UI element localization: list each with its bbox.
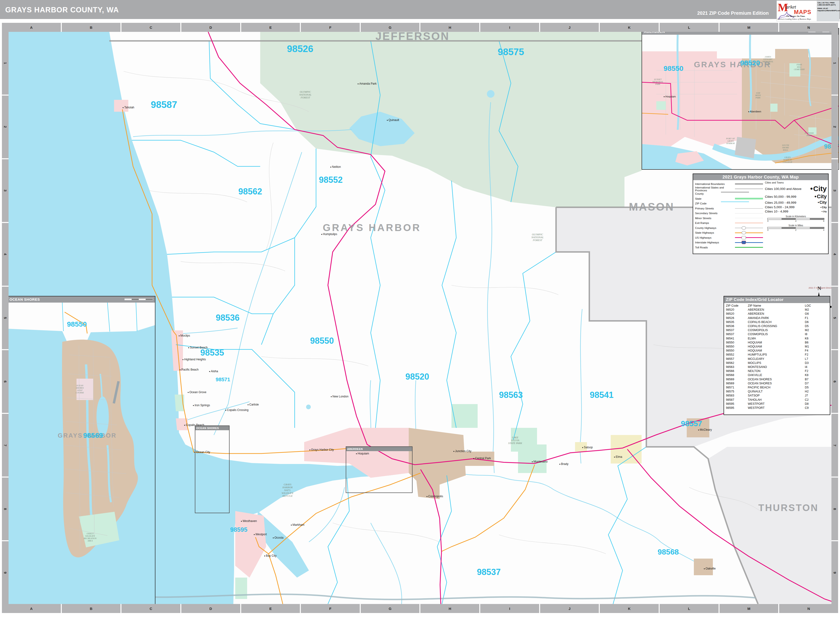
zip-index-cell: F4 <box>805 349 824 353</box>
city-class-sample: City <box>820 206 827 209</box>
zip-index-row: 98562MOCLIPSD3 <box>726 361 830 365</box>
legend-line-items: International BoundariesInternational St… <box>693 180 764 253</box>
zip-index-cell: HOQUIAM <box>748 349 805 353</box>
legend-item-label: Interstate Highways <box>695 241 735 244</box>
legend-row: Primary Streets <box>695 206 764 211</box>
zip-index-row: 98536COPALIS CROSSINGD5 <box>726 324 830 328</box>
county-label: GRAYS HARBOR <box>323 222 421 233</box>
zip-index-cell: 98569 <box>726 382 748 386</box>
city-label: Quinault <box>387 118 399 122</box>
zip-label: 98520 <box>405 372 429 382</box>
zip-index-cell: 98536 <box>726 324 748 328</box>
inset-city-label: Aberdeen <box>748 110 761 113</box>
zip-index-cell: B6 <box>805 341 824 345</box>
zip-index-row: 98550HOQUIAMB6 <box>726 341 830 345</box>
zip-index-row: 98520ABERDEENG6 <box>726 312 830 316</box>
inset-place-label: FERN HILL CEMETERY <box>794 64 804 71</box>
legend-item-label: US Highways <box>695 236 735 239</box>
zip-index-cell: WESTPORT <box>748 406 805 410</box>
zip-index-cell: 98595 <box>726 406 748 410</box>
city-label: Ocean Grove <box>188 391 206 394</box>
zip-index-row: 98552HUMPTULIPSF2 <box>726 353 830 357</box>
city-class-sample: City <box>815 193 827 200</box>
zip-index-cell: D7 <box>805 382 824 386</box>
zip-index-cell: MONTESANO <box>748 365 805 369</box>
zip-index-row: 98595WESTPORTD8 <box>726 402 830 406</box>
logo-artwork: M arket MAPS On Target. On Time. America… <box>777 1 817 21</box>
highway-shield-icon <box>742 241 746 244</box>
legend-swatch-toll <box>735 246 763 249</box>
page: GRAYS HARBOR COUNTY, WA 2021 ZIP Code Pr… <box>0 0 840 618</box>
city-label: Moclips <box>179 334 190 337</box>
inset-ocean-shores-map <box>7 303 155 611</box>
scalebar-title: Scale in Miles <box>765 224 827 227</box>
grid-numbers-right: 123456789 <box>831 32 838 604</box>
inset-place-label: OYHUT WILDLIFE RECREATION AREA <box>84 532 96 542</box>
city-label: Highland Heights <box>183 358 206 361</box>
legend-swatch-county <box>721 190 749 194</box>
zip-index-cell: AMANDA PARK <box>748 316 805 320</box>
zip-index-row: 98569OCEAN SHORESD7 <box>726 382 830 386</box>
zip-index-cell: M2 <box>805 328 824 332</box>
county-label: THURSTON <box>758 502 818 513</box>
legend-item-label: Primary Streets <box>695 207 735 210</box>
inset-ocean-shores[interactable]: OCEAN SHORES <box>7 296 156 612</box>
place-label: OLYMPIC NATIONAL FOREST <box>531 233 544 242</box>
zip-index-cell: ELMA <box>748 337 805 341</box>
legend-row: Exit Ramps <box>695 221 764 226</box>
inset-place-label: SUNSET MEMORIAL PARK <box>652 78 663 85</box>
city-class-label: Cities 5,000 - 24,999 <box>765 205 795 209</box>
zip-label: 98568 <box>658 548 679 556</box>
legend-swatch-sthwy <box>735 231 763 234</box>
city-label: Iron Springs <box>193 404 210 407</box>
zip-index-cell: COSMOPOLIS <box>748 328 805 332</box>
legend-item-label: Toll Roads <box>695 246 735 249</box>
source-box-title: ABERDEEN <box>346 447 412 451</box>
compass-n: N <box>818 285 821 291</box>
zip-index-cell: B7 <box>805 377 824 382</box>
zip-label: 98541 <box>590 390 614 400</box>
city-label: Carlisle <box>248 403 259 406</box>
city-label: Bay City <box>264 554 277 557</box>
legend-swatch-ushwy <box>735 236 763 239</box>
grid-letter: I <box>480 23 540 32</box>
zip-index-cell: K8 <box>805 373 824 377</box>
zip-index-cell: 98587 <box>726 398 748 402</box>
legend-scalebar: Scale in Miles024 <box>765 224 827 231</box>
zip-index-cell: 98550 <box>726 345 748 349</box>
zip-index-row: 98568OAKVILLEK8 <box>726 373 830 377</box>
zip-index-cell: D3 <box>805 361 824 365</box>
inset-place-label: PORT OF GRAYS HARBOR <box>726 137 735 144</box>
zip-index-cell: WESTPORT <box>748 402 805 406</box>
logo-tagline: On Target. On Time. <box>786 15 805 17</box>
zip-label: 98526 <box>287 43 313 54</box>
source-box[interactable]: OCEAN SHORES <box>195 425 230 513</box>
grid-number: 1 <box>831 32 838 95</box>
zip-index-cell: 98535 <box>726 320 748 324</box>
legend-item-label: Secondary Streets <box>695 212 735 215</box>
legend-swatch-intl <box>735 182 763 186</box>
grid-number: 2 <box>2 95 9 159</box>
zip-label: 98536 <box>216 313 239 323</box>
zip-index-cell: PACIFIC BEACH <box>748 386 805 389</box>
grid-letter: J <box>540 604 600 613</box>
city-class-label: Cities 10 - 4,999 <box>765 209 788 213</box>
zip-index-cell: COPALIS CROSSING <box>748 324 805 328</box>
source-box[interactable]: ABERDEEN <box>346 446 413 493</box>
zip-label: 98571 <box>215 376 230 383</box>
zip-index-cell: 98563 <box>726 365 748 369</box>
legend-row: Toll Roads <box>695 245 764 250</box>
legend-row: County <box>695 191 764 196</box>
grid-letters-bottom: ABCDEFGHIJKLMN <box>2 604 838 613</box>
grid-letter: H <box>420 604 480 613</box>
grid-number: 1 <box>2 32 9 95</box>
legend-swatch-ctyhwy <box>735 226 763 230</box>
scalebar-ticks: 048 <box>767 220 824 222</box>
zip-label: 98587 <box>151 100 177 110</box>
inset-aberdeen[interactable]: ABERDEEN <box>641 28 839 170</box>
city-class-sample: City <box>818 201 827 205</box>
logo-contact-line: 1-888-434-MAPS (6277) <box>818 4 839 6</box>
zip-index-row: 98537COSMOPOLISM2 <box>726 328 830 332</box>
city-class-row: Cities 50,000 - 99,999City <box>765 193 827 200</box>
inset-zip-label: 98550 <box>664 64 683 73</box>
